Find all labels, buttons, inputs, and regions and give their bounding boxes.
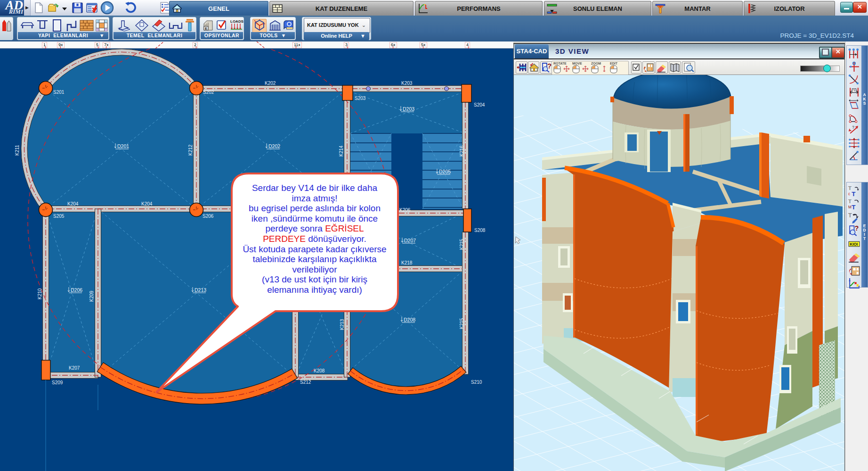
svg-text:D213: D213 (195, 287, 206, 293)
svg-text:K216: K216 (459, 145, 464, 157)
svg-text:iken ,sündürme komutu ile önce: iken ,sündürme komutu ile önce (251, 214, 378, 223)
svg-text:D205: D205 (439, 169, 451, 174)
svg-text:S209: S209 (52, 380, 63, 385)
svg-text:K202: K202 (265, 81, 276, 86)
svg-text:S204: S204 (474, 102, 485, 107)
svg-text:c: c (848, 191, 850, 196)
svg-text:T: T (848, 212, 852, 219)
svg-text:D203: D203 (403, 106, 414, 112)
svg-text:T: T (848, 198, 852, 204)
svg-text:verilebiliyor: verilebiliyor (292, 264, 337, 274)
svg-text:?: ? (547, 62, 552, 70)
svg-text:S208: S208 (474, 228, 486, 233)
svg-text:K215: K215 (459, 318, 464, 329)
svg-text:bu egrisel perde aslında bir k: bu egrisel perde aslında bir kolon (249, 203, 381, 213)
svg-text:K206: K206 (399, 207, 411, 213)
svg-text:S205: S205 (53, 214, 65, 219)
svg-text:D207: D207 (404, 238, 416, 243)
svg-text:K204: K204 (67, 201, 79, 207)
svg-text:elemanına ihtiyaç vardı): elemanına ihtiyaç vardı) (267, 285, 362, 295)
svg-text:KIOI: KIOI (850, 242, 858, 247)
svg-text:?: ? (853, 89, 855, 93)
svg-text:S202: S202 (203, 90, 214, 95)
svg-text:K209: K209 (89, 290, 94, 302)
svg-text:Üst kotuda parapete kadar çıkı: Üst kotuda parapete kadar çıkıverse (243, 244, 386, 254)
svg-text:K204: K204 (141, 201, 153, 207)
svg-text:(v13 de ust kot için bir kiriş: (v13 de ust kot için bir kiriş (262, 274, 367, 284)
svg-text:D201: D201 (117, 143, 129, 149)
svg-text:K211: K211 (15, 145, 20, 156)
svg-text:perdeye sonra EĞRİSEL: perdeye sonra EĞRİSEL (265, 223, 364, 233)
svg-text:D208: D208 (404, 317, 415, 322)
svg-text:S212: S212 (300, 380, 311, 385)
svg-text:D202: D202 (268, 143, 280, 149)
svg-text:?: ? (855, 224, 859, 232)
svg-text:E: E (205, 26, 208, 31)
svg-text:S206: S206 (203, 214, 214, 219)
svg-text:?: ? (852, 125, 854, 130)
svg-text:K213: K213 (340, 319, 345, 330)
svg-text:K210: K210 (37, 288, 42, 299)
svg-text:D206: D206 (71, 287, 82, 293)
svg-text:K207: K207 (69, 365, 80, 371)
svg-text:PERDEYE dönüşüveriyor.: PERDEYE dönüşüveriyor. (263, 234, 366, 244)
svg-text:K215: K215 (459, 239, 464, 250)
svg-text:T: T (848, 185, 852, 191)
svg-text:T: T (852, 204, 856, 210)
svg-text:LOADS: LOADS (230, 19, 243, 24)
svg-text:imza atmış!: imza atmış! (292, 193, 337, 203)
svg-text:talebinizde karşılanıp kaçıklı: talebinizde karşılanıp kaçıklıkta (253, 254, 377, 264)
svg-text:S210: S210 (471, 380, 482, 385)
svg-text:K212: K212 (188, 144, 193, 156)
svg-text:S203: S203 (355, 96, 366, 101)
svg-text:Serdar bey V14 de bir ilke dah: Serdar bey V14 de bir ilke daha (252, 183, 378, 193)
svg-text:K208: K208 (314, 368, 325, 373)
svg-text:K214: K214 (339, 145, 344, 157)
svg-text:K218: K218 (401, 260, 413, 265)
svg-text:M: M (848, 205, 852, 209)
svg-text:K203: K203 (401, 81, 413, 86)
svg-text:T: T (852, 190, 856, 197)
svg-text:S201: S201 (53, 90, 65, 95)
